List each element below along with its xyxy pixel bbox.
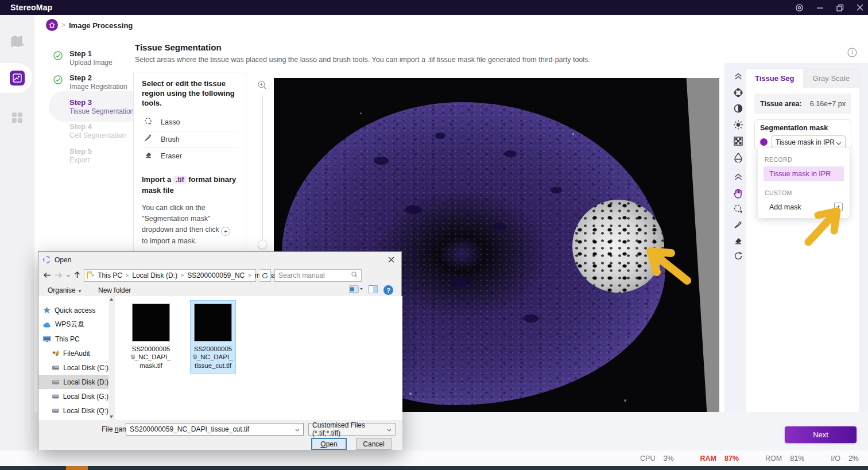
- next-button[interactable]: Next: [785, 426, 857, 443]
- info-icon[interactable]: [847, 48, 857, 60]
- search-icon: [351, 271, 358, 279]
- sidebar-item-wps[interactable]: WPS云盘: [38, 317, 108, 332]
- close-icon[interactable]: [857, 4, 863, 11]
- color-adjust-icon[interactable]: [734, 88, 743, 100]
- saturation-droplet-icon[interactable]: [734, 153, 743, 165]
- annotation-arrow-right: [803, 207, 848, 253]
- preview-pane-icon[interactable]: [369, 285, 378, 295]
- file-thumbnail: [132, 304, 170, 341]
- settings-gear-icon[interactable]: [795, 3, 804, 12]
- eraser-tool[interactable]: Eraser: [144, 147, 238, 164]
- stereomap-logo-icon: [43, 256, 51, 263]
- file-item-tissue-cut[interactable]: SS200000059_NC_DAPI_tissue_cut.tif: [191, 301, 235, 373]
- file-item-mask[interactable]: SS200000059_NC_DAPI_mask.tif: [129, 301, 173, 373]
- search-placeholder: Search manual: [278, 271, 325, 279]
- sidebar-item-fileaudit[interactable]: FileAudit: [38, 346, 108, 360]
- dropdown-item-tissue-mask-ipr[interactable]: Tissue mask in IPR: [764, 166, 844, 181]
- address-segment[interactable]: Local Disk (D:): [132, 271, 177, 279]
- contrast-icon[interactable]: [734, 104, 743, 115]
- dialog-sidebar: Quick access WPS云盘 This PC FileAudit Loc…: [38, 296, 108, 420]
- restore-icon[interactable]: [836, 4, 844, 11]
- zoom-slider-knob[interactable]: [258, 240, 267, 249]
- brush-tool[interactable]: Brush: [144, 131, 238, 147]
- reset-rotate-icon[interactable]: [734, 251, 743, 263]
- up-icon[interactable]: [74, 271, 80, 280]
- image-processing-icon[interactable]: [10, 71, 25, 86]
- dialog-title: Open: [55, 256, 71, 264]
- history-chevron-icon[interactable]: [66, 273, 71, 278]
- lasso-tool[interactable]: Lasso: [144, 114, 238, 131]
- open-dialog: Open >This PC >Local Disk (D:) >SS200000…: [38, 251, 402, 449]
- file-type-select[interactable]: Customised Files (*.tif;*.tiff): [308, 423, 396, 436]
- address-bar[interactable]: >This PC >Local Disk (D:) >SS200000059_N…: [84, 269, 256, 282]
- tool-label: Lasso: [161, 118, 180, 126]
- address-segment[interactable]: This PC: [98, 271, 122, 279]
- minimize-icon[interactable]: [816, 4, 824, 11]
- step-1[interactable]: Step 1 Upload Image: [53, 49, 140, 67]
- app-title: StereoMap: [10, 3, 52, 12]
- help-icon[interactable]: ?: [383, 285, 393, 295]
- mask-select[interactable]: Tissue mask in IPR: [772, 135, 846, 149]
- segmentation-mask-card: Segmentation mask Tissue mask in IPR: [754, 119, 851, 152]
- sidebar-item-disk-g[interactable]: Local Disk (G:): [38, 389, 108, 403]
- organise-menu[interactable]: Organise ▼: [48, 286, 82, 294]
- file-name: SS200000059_NC_DAPI_mask.tif: [131, 345, 171, 370]
- tab-gray-scale[interactable]: Gray Scale: [803, 69, 860, 88]
- chevron-down-icon: [387, 425, 392, 433]
- file-name: SS200000059_NC_DAPI_tissue_cut.tif: [193, 345, 233, 370]
- refresh-icon[interactable]: [259, 269, 271, 282]
- dropdown-custom-header: CUSTOM: [765, 189, 843, 196]
- mask-color-swatch: [760, 138, 768, 146]
- forward-icon[interactable]: [55, 271, 63, 280]
- collapse-icon[interactable]: [734, 72, 743, 83]
- eraser-icon[interactable]: [734, 236, 743, 247]
- brush-icon[interactable]: [734, 220, 743, 232]
- sidebar-item-disk-d[interactable]: Local Disk (D:): [38, 375, 108, 389]
- tif-badge: .tif: [173, 176, 187, 184]
- sidebar-item-disk-c[interactable]: Local Disk (C:): [38, 360, 108, 375]
- step-2[interactable]: Step 2 Image Registration: [53, 73, 140, 91]
- dialog-close-icon[interactable]: [388, 255, 394, 265]
- add-mask-label: Add mask: [769, 203, 801, 211]
- dialog-body: Quick access WPS云盘 This PC FileAudit Loc…: [38, 296, 402, 420]
- tools-heading: Select or edit the tissue region using t…: [142, 79, 238, 108]
- step-3[interactable]: Step 3 Tissue Segmentation: [53, 98, 140, 115]
- check-circle-icon: [53, 51, 63, 63]
- taskbar-accent: [66, 466, 88, 470]
- open-button[interactable]: Open: [311, 438, 347, 450]
- dialog-footer: File name: SS200000059_NC_DAPI_tissue_cu…: [38, 420, 402, 450]
- checkerboard-icon[interactable]: [734, 137, 743, 148]
- new-folder-button[interactable]: New folder: [98, 286, 131, 294]
- view-options-icon[interactable]: [349, 285, 363, 295]
- status-bar: CPU3% RAM87% ROM81% I/O2%: [0, 450, 868, 466]
- eraser-icon: [144, 150, 153, 161]
- collapse-icon[interactable]: [734, 173, 743, 183]
- lasso-select-icon[interactable]: [734, 204, 743, 216]
- sidebar-item-disk-q[interactable]: Local Disk (Q:): [38, 403, 108, 418]
- map-tool-icon[interactable]: [10, 36, 24, 51]
- cancel-button[interactable]: Cancel: [356, 438, 392, 450]
- modules-grid-icon[interactable]: [11, 111, 24, 126]
- brightness-icon[interactable]: [734, 120, 743, 132]
- import-instructions: You can click on the "Segmentation mask"…: [142, 203, 238, 247]
- back-icon[interactable]: [43, 271, 51, 280]
- zoom-in-icon[interactable]: [258, 80, 268, 92]
- sidebar-scrollbar[interactable]: [108, 296, 115, 420]
- sidebar-item-quick-access[interactable]: Quick access: [38, 303, 108, 317]
- pan-hand-icon[interactable]: [734, 188, 743, 201]
- sidebar-item-this-pc[interactable]: This PC: [38, 332, 108, 346]
- breadcrumb-separator: >: [61, 21, 65, 29]
- page-description: Select areas where the tissue was placed…: [135, 56, 590, 64]
- search-input[interactable]: Search manual: [274, 269, 362, 282]
- address-segment[interactable]: SS200000059_NC: [187, 271, 245, 279]
- dialog-titlebar[interactable]: Open: [38, 252, 401, 267]
- file-name-input[interactable]: SS200000059_NC_DAPI_tissue_cut.tif: [126, 423, 304, 436]
- plus-circle-icon: +: [221, 227, 230, 236]
- file-list: SS200000059_NC_DAPI_mask.tif SS200000059…: [115, 296, 402, 420]
- zoom-slider-track[interactable]: [262, 95, 263, 243]
- left-rail: [0, 15, 34, 466]
- home-icon[interactable]: [46, 19, 58, 31]
- tab-tissue-seg[interactable]: Tissue Seg: [746, 69, 803, 88]
- rom-status: ROM81%: [765, 455, 804, 463]
- mask-select-value: Tissue mask in IPR: [776, 138, 835, 146]
